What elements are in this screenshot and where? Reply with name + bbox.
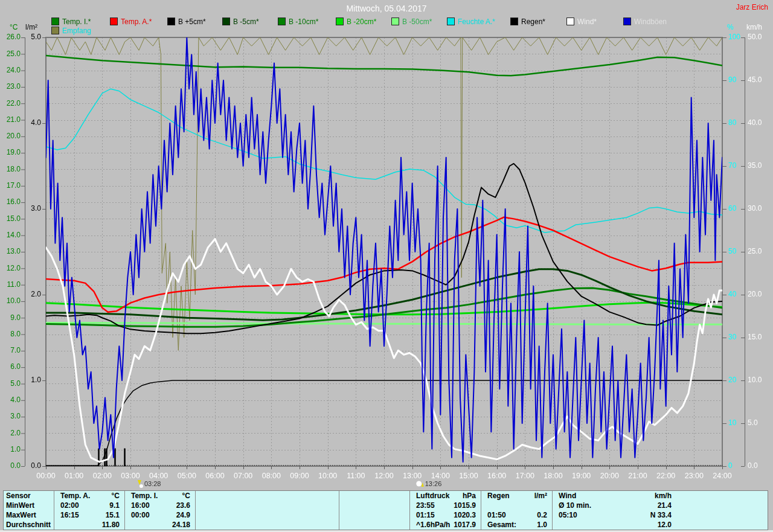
stat-time: 16:00 <box>125 501 150 510</box>
stats-data-row: 05:10N 33.4 <box>553 510 676 520</box>
legend-item-tempa: Temp. A.* <box>110 18 152 25</box>
axis-unit-wind: km/h <box>746 23 762 31</box>
stats-row-label: Sensor <box>4 491 54 501</box>
legend-label: B +5cm* <box>178 18 206 26</box>
stats-column-regen: Regenl/m²01:500.2Gesamt:1.0 <box>481 491 552 530</box>
stats-data-row: 24.18 <box>125 520 195 530</box>
stats-column-tempa: Temp. A.°C02:009.116:1515.111.80 <box>54 491 124 530</box>
stats-data-row: 01:151020.3 <box>410 510 481 520</box>
legend-swatch <box>391 18 399 25</box>
stats-row-label: MaxWert <box>4 510 54 520</box>
stat-value <box>334 510 339 520</box>
stats-data-row: 16:0023.6 <box>125 501 195 510</box>
stats-header-row: LuftdruckhPa <box>410 491 481 501</box>
stats-header-row <box>339 491 409 501</box>
stats-column-luftdruck: LuftdruckhPa23:551015.901:151020.3^1.6hP… <box>409 491 481 530</box>
axis-unit-humidity: % <box>727 23 734 31</box>
stats-data-row <box>196 501 339 510</box>
stat-time: 01:15 <box>410 510 435 520</box>
stats-column-tempi: Temp. I.°C16:0023.600:0024.924.18 <box>124 491 195 530</box>
legend-swatch <box>51 27 59 34</box>
stat-value: 23.6 <box>176 501 195 510</box>
legend-label: B -20cm* <box>347 18 376 26</box>
legend-swatch <box>222 18 230 25</box>
stat-value <box>405 520 409 530</box>
stat-value: 24.18 <box>172 520 195 530</box>
stats-row-label: MinWert <box>4 501 54 510</box>
legend-swatch <box>566 18 574 25</box>
stat-time <box>196 520 202 530</box>
stats-column-empty3 <box>339 491 409 530</box>
stat-time: 00:00 <box>125 510 150 520</box>
stat-value: 1017.9 <box>454 520 481 530</box>
stats-table: SensorMinWertMaxWertDurchschnittTemp. A.… <box>3 490 768 530</box>
legend-item-regen: Regen* <box>510 18 545 25</box>
stats-column-wind: Windkm/hØ 10 min.21.405:10N 33.412.0 <box>552 491 768 530</box>
legend-item-b20cm: B -20cm* <box>336 18 376 25</box>
stat-time <box>339 491 345 501</box>
legend-swatch <box>447 18 455 25</box>
legend-item-feuchtea: Feuchte A.* <box>447 18 495 25</box>
stats-header-row: Temp. A.°C <box>54 491 124 501</box>
weather-chart-canvas <box>0 0 773 490</box>
stats-header-row <box>196 491 339 501</box>
stat-time: Luftdruck <box>410 491 449 501</box>
legend-label: Feuchte A.* <box>458 18 495 26</box>
stats-data-row: ^1.6hPa/h1017.9 <box>410 520 481 530</box>
stat-value: 1020.3 <box>454 510 481 520</box>
stats-data-row <box>196 510 339 520</box>
stats-data-row: 23:551015.9 <box>410 501 481 510</box>
stats-column-empty2 <box>195 491 339 530</box>
stat-time <box>196 491 202 501</box>
legend-swatch <box>167 18 175 25</box>
stat-value <box>334 520 339 530</box>
legend-swatch <box>51 18 59 25</box>
legend-item-b5cm: B -5cm* <box>222 18 259 25</box>
legend-item-tempi: Temp. I.* <box>51 18 91 25</box>
stat-time: Wind <box>553 491 576 501</box>
stat-time: Ø 10 min. <box>553 501 591 510</box>
legend-item-windben: Windböen <box>623 18 667 25</box>
stats-row-label: Durchschnitt <box>4 520 54 530</box>
stat-value: 1.0 <box>537 520 552 530</box>
stat-value: 24.9 <box>176 510 195 520</box>
stat-time: 02:00 <box>54 501 79 510</box>
legend-label: B -5cm* <box>233 18 259 26</box>
stat-value: hPa <box>463 491 481 501</box>
stat-value <box>405 491 409 501</box>
stat-time <box>339 501 345 510</box>
legend-item-empfang: Empfang <box>51 27 91 34</box>
legend-label: Temp. A.* <box>121 18 152 26</box>
legend-swatch <box>278 18 286 25</box>
stats-data-row: Gesamt:1.0 <box>481 520 552 530</box>
stats-data-row <box>339 520 409 530</box>
author-label: Jarz Erich <box>736 3 768 11</box>
stat-value: °C <box>182 491 195 501</box>
axis-unit-rain: l/m² <box>25 23 37 31</box>
legend-label: Regen* <box>521 18 545 26</box>
stats-data-row <box>196 520 339 530</box>
stat-value: N 33.4 <box>650 510 676 520</box>
stat-value: 15.1 <box>106 510 124 520</box>
stat-time: 16:15 <box>54 510 79 520</box>
stats-header-row: Windkm/h <box>553 491 676 501</box>
stat-value: 12.0 <box>658 520 676 530</box>
stat-time: Temp. A. <box>54 491 90 501</box>
stats-data-row: 00:0024.9 <box>125 510 195 520</box>
stat-time: Temp. I. <box>125 491 158 501</box>
stat-time <box>196 501 202 510</box>
legend-label: Temp. I.* <box>62 18 91 26</box>
stats-rowlabel-column: SensorMinWertMaxWertDurchschnitt <box>4 491 54 530</box>
stats-data-row <box>481 501 552 510</box>
axis-unit-celsius: °C <box>10 23 18 31</box>
stat-value: km/h <box>655 491 676 501</box>
stats-data-row: 12.0 <box>553 520 676 530</box>
stat-time: Gesamt: <box>481 520 516 530</box>
legend-item-b5cm: B +5cm* <box>167 18 206 25</box>
legend-label: B -50cm* <box>402 18 432 26</box>
legend-swatch <box>623 18 631 25</box>
legend-swatch <box>110 18 118 25</box>
stat-value <box>547 501 552 510</box>
stat-value: 1015.9 <box>454 501 481 510</box>
weather-app-screen: { "header": { "title": "Mittwoch, 05.04.… <box>0 0 773 532</box>
